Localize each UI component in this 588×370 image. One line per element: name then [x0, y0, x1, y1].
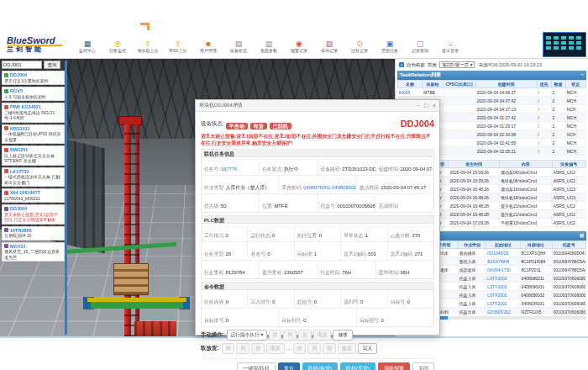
- alarm-description: 小车与输送机响应超时: [4, 94, 62, 100]
- detail-field: 行走时间:76H: [318, 261, 376, 278]
- column-header[interactable]: 起始地址: [486, 241, 520, 249]
- page-select[interactable]: 第2页/第一页 ▾: [439, 61, 475, 68]
- alarm-item[interactable]: DDJ004 货叉行走1位置响应超时: [2, 71, 65, 85]
- table-cell: 2: [551, 139, 565, 147]
- toolbar-logout[interactable]: → 退出登录: [435, 34, 465, 59]
- column-header[interactable]: 托盘号: [552, 241, 585, 249]
- alarm-item[interactable]: 16TR3866 分层取消04 10: [2, 226, 65, 240]
- auto-refresh-checkbox[interactable]: ✓: [399, 62, 404, 67]
- task-info-title: 联机任务信息: [202, 150, 433, 157]
- alarm-item[interactable]: LK17731 一键式跨机连迫出安光幕 已触发出安全栅门: [2, 167, 65, 188]
- coord-input-取货[interactable]: 取货: [313, 330, 332, 341]
- table-cell: ASRS_UC3: [552, 185, 585, 193]
- device-search-input[interactable]: [2, 61, 42, 69]
- online-empty-button[interactable]: 联机(无货): [340, 362, 375, 370]
- coord-input-层[interactable]: 层: [298, 330, 312, 341]
- table-cell: 2020-09-04 02:41:55: [475, 139, 537, 147]
- close-icon[interactable]: ×: [433, 103, 436, 108]
- device-detail-dialog: 堆垛机DDJ004详情 − □ × 设备状态: 半自动有货已脱机 DDJ004 …: [195, 99, 440, 336]
- coord-input-排[interactable]: 排: [293, 343, 307, 354]
- clear-alarm-button[interactable]: 清除报警: [378, 362, 410, 370]
- page-label: 页面: [428, 62, 437, 68]
- toggle-online-button[interactable]: 一键脱/联机: [237, 362, 276, 370]
- search-button[interactable]: 查询: [44, 61, 60, 69]
- alarm-item[interactable]: RGV5 小车与输送机响应超时: [2, 87, 65, 101]
- column-header[interactable]: 发生时间: [449, 161, 499, 168]
- column-header[interactable]: 目标站: [423, 81, 443, 88]
- toolbar-operation-records[interactable]: ▧ 操作记录: [314, 34, 344, 59]
- table-row[interactable]: 84025MTBE2020-09-04 04:06:37/2MCH: [398, 88, 586, 97]
- alarm-item[interactable]: PW6 KG54021 三楼4号观号晶堆边 R01/21号-1-4号区: [2, 103, 65, 123]
- toolbar-record-query[interactable]: ▢ 记录查询: [405, 34, 435, 59]
- table-cell: MCH: [565, 139, 585, 147]
- write-button[interactable]: 写入: [358, 343, 378, 354]
- command-select[interactable]: 运行指令执行 ▾: [227, 330, 266, 341]
- minimize-icon[interactable]: −: [416, 103, 419, 108]
- restore-icon[interactable]: □: [424, 103, 428, 108]
- alarm-description: 货叉未静止报警,货叉1前部不在位,行走安全限速异常触发: [4, 212, 62, 223]
- plc-data-section: PLC数据 工作模式:2 运行状态:0 执行位置:0 异常状态:1 心跳计数:3…: [201, 215, 434, 279]
- toolbar-user-manage[interactable]: ☻ 用户管理: [193, 34, 223, 59]
- status-badge: 半自动: [226, 123, 248, 130]
- table-cell: 05/1946/29: [486, 249, 520, 257]
- coord-input-取货[interactable]: 取货: [266, 343, 285, 354]
- alarm-item[interactable]: DDJ004 货叉未静止报警,货叉1前部不在位,行走安全限速异常触发: [2, 204, 65, 225]
- detail-field: 目标排号:0: [202, 309, 279, 326]
- toolbar-process-records[interactable]: ⊙ 过程记录: [344, 34, 375, 59]
- table-cell: LSTF2002: [486, 283, 520, 291]
- dialog-titlebar[interactable]: 堆垛机DDJ004详情 − □ ×: [196, 100, 439, 112]
- alarm-description: 三楼4号观号晶堆边 R01/21号-1-4号区: [4, 110, 62, 121]
- toolbar-device-status[interactable]: ▤ 设备状态: [223, 34, 254, 59]
- alarm-item[interactable]: X64 16614677 21786642_M06211: [2, 188, 65, 203]
- command-data-title: 命令数据: [202, 283, 433, 290]
- toolbar-idle-tasks[interactable]: ▣ 空闲任务: [375, 34, 405, 59]
- coord-input-层[interactable]: 层: [251, 343, 265, 354]
- table-cell: /: [537, 105, 551, 114]
- column-header[interactable]: 作业类别: [458, 241, 486, 249]
- coord-input-排[interactable]: 排: [222, 343, 235, 354]
- column-header[interactable]: 创建时间: [475, 81, 537, 88]
- collapse-table-icon[interactable]: −: [580, 71, 584, 80]
- coord-input-排[interactable]: 排: [269, 330, 282, 341]
- toolbar-monitor-center[interactable]: ▦ 监控中心: [72, 34, 102, 59]
- toolbar-stacker-upload[interactable]: ⇪ 堆垛机上位: [133, 34, 163, 59]
- close-button[interactable]: 关闭: [412, 362, 434, 370]
- alarm-item[interactable]: KBS1511 一体机偏B已启动UPS2 模拟安全报警: [2, 124, 65, 145]
- column-header[interactable]: 数量: [551, 81, 565, 88]
- column-header[interactable]: 状态: [565, 81, 585, 88]
- record-query-icon: ▢: [417, 40, 424, 48]
- column-header[interactable]: 设备编号: [552, 161, 585, 168]
- close-table-icon[interactable]: ⊠: [580, 231, 584, 240]
- modify-button[interactable]: 修改: [333, 330, 353, 341]
- toolbar-task-monitor[interactable]: ◎ 任务监控: [102, 34, 133, 59]
- alarm-item[interactable]: MGV21 通风晨空_19_二层四段近直轨道为空: [2, 242, 65, 262]
- alarm-severity-icon: [4, 105, 8, 109]
- pallet[interactable]: [113, 263, 149, 295]
- coord-input-列[interactable]: 列: [307, 343, 321, 354]
- column-header[interactable]: 名称: [398, 81, 423, 88]
- column-header[interactable]: 目标地址: [520, 241, 552, 249]
- coord-input-放货[interactable]: 放货: [338, 343, 356, 354]
- column-header[interactable]: 优先: [537, 81, 551, 88]
- toolbar-rgv-upload[interactable]: ⇧ RGV上位: [163, 34, 193, 59]
- pick-place-label: 取放货:: [201, 345, 219, 352]
- column-header[interactable]: 内容: [499, 161, 552, 168]
- alarm-item[interactable]: BW1201 以上标记自动状态安全光幕 STF30KF 直光栅: [2, 145, 65, 166]
- table-cell: 提升机21/slotsCmd: [499, 202, 552, 210]
- coord-input-层[interactable]: 层: [323, 343, 336, 354]
- sidebar-scrollbar[interactable]: [65, 61, 67, 335]
- reset-button[interactable]: 复位: [278, 362, 300, 370]
- column-header[interactable]: CPSC(出库口): [443, 81, 475, 88]
- coord-input-列[interactable]: 列: [236, 343, 249, 354]
- table-cell: 2020-09-04 16:48:26: [449, 193, 499, 202]
- toolbar-alarm-records[interactable]: ◉ 报警记录: [284, 34, 314, 59]
- alarm-device-id: KBS1511: [10, 126, 30, 131]
- table-cell: MCH: [565, 147, 585, 156]
- stats-overlay: [543, 32, 586, 57]
- status-badges: 半自动有货已脱机: [226, 116, 294, 131]
- toolbar-label: 设备状态: [230, 48, 247, 54]
- table-cell: 0010037060608006: [552, 299, 585, 308]
- online-loaded-button[interactable]: 联机(有货): [302, 362, 338, 370]
- toolbar-system-params[interactable]: ▥ 系统参数: [254, 34, 284, 59]
- coord-input-列[interactable]: 列: [283, 330, 297, 341]
